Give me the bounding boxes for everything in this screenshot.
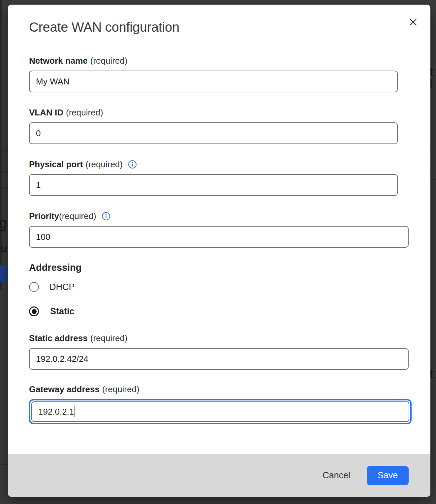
radio-option-static-label: Static (50, 306, 75, 317)
create-wan-configuration-dialog: Create WAN configuration Network name (r… (8, 5, 430, 497)
dialog-footer: Cancel Save (8, 454, 430, 497)
physical-port-input[interactable] (29, 174, 398, 196)
close-icon (408, 17, 419, 28)
text-cursor (75, 406, 75, 417)
background-divider (0, 150, 8, 151)
background-divider (0, 464, 8, 465)
required-hint: (required) (85, 159, 123, 170)
addressing-heading: Addressing (29, 262, 430, 273)
vlan-id-field: VLAN ID (required) (29, 107, 430, 144)
background-divider (430, 179, 436, 180)
required-hint: (required) (59, 211, 96, 221)
required-hint: (required) (66, 108, 103, 118)
required-hint: (required) (90, 56, 128, 66)
background-text-fragment: g (0, 215, 7, 230)
gateway-address-value: 192.0.2.1 (38, 407, 74, 417)
save-button[interactable]: Save (367, 466, 409, 485)
radio-option-dhcp[interactable]: DHCP (29, 281, 430, 293)
background-divider (430, 170, 436, 170)
network-name-label: Network name (29, 56, 88, 66)
radio-selected-icon[interactable] (29, 306, 39, 316)
close-button[interactable] (407, 16, 419, 28)
static-address-label: Static address (29, 333, 88, 343)
network-name-field: Network name (required) (29, 55, 430, 92)
radio-unselected-icon[interactable] (29, 282, 39, 292)
priority-field: Priority (required) (29, 211, 430, 248)
priority-info-icon[interactable] (102, 212, 110, 221)
physical-port-info-icon[interactable] (128, 160, 137, 169)
physical-port-field: Physical port (required) (29, 159, 430, 196)
static-address-field: Static address (required) (29, 333, 430, 370)
gateway-address-label: Gateway address (29, 384, 100, 394)
background-text-fragment: u (1, 242, 7, 254)
priority-label: Priority (29, 211, 59, 221)
background-divider (0, 187, 8, 188)
cancel-button[interactable]: Cancel (323, 470, 350, 481)
priority-input[interactable] (29, 226, 409, 248)
vlan-id-label: VLAN ID (29, 108, 63, 118)
required-hint: (required) (90, 333, 128, 343)
dialog-title: Create WAN configuration (29, 19, 430, 35)
radio-option-static[interactable]: Static (29, 306, 430, 317)
background-divider (0, 487, 8, 487)
background-divider (0, 172, 8, 173)
static-address-input[interactable] (29, 348, 409, 370)
background-divider (430, 151, 436, 151)
vlan-id-input[interactable] (29, 122, 398, 144)
radio-option-dhcp-label: DHCP (49, 282, 75, 292)
gateway-address-field: Gateway address (required) 192.0.2.1 (29, 384, 430, 424)
physical-port-label: Physical port (29, 159, 83, 170)
gateway-address-input[interactable]: 192.0.2.1 (31, 401, 409, 422)
network-name-input[interactable] (29, 71, 398, 92)
background-text-fragment: t l (430, 66, 436, 90)
required-hint: (required) (102, 384, 140, 394)
gateway-address-focus-ring: 192.0.2.1 (29, 399, 412, 424)
background-button-fragment (0, 265, 7, 282)
